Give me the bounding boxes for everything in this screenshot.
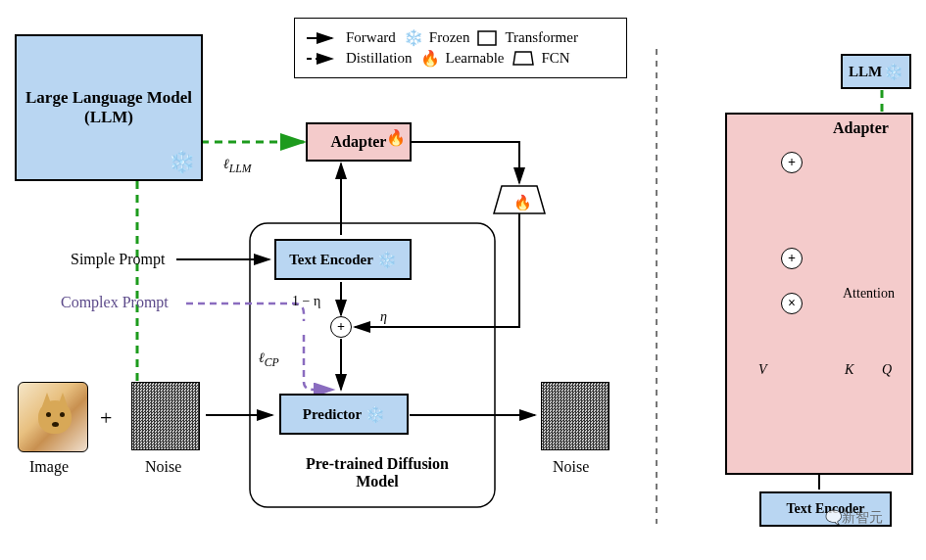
svg-text:🔥: 🔥 (513, 194, 532, 211)
legend-distillation: Distillation (307, 50, 413, 67)
svg-marker-37 (513, 52, 533, 65)
image-thumbnail (18, 382, 88, 452)
legend-frozen-label: Frozen (429, 29, 470, 46)
loss-cp: ℓCP (259, 350, 279, 369)
plus-text: + (100, 405, 112, 431)
snowflake-icon: ❄️ (404, 28, 423, 47)
adapter-panel-label: Adapter (833, 119, 889, 137)
noise-thumbnail (131, 382, 200, 450)
mult-circle: × (781, 293, 803, 314)
plus-circle1: + (781, 248, 803, 269)
legend-distillation-label: Distillation (346, 50, 413, 67)
complex-prompt-label: Complex Prompt (61, 294, 169, 311)
legend-fcn: FCN (512, 50, 569, 68)
legend-learnable-label: Learnable (446, 50, 505, 67)
eta-label: η (380, 309, 387, 325)
image-label: Image (29, 458, 69, 476)
legend-frozen: ❄️ Frozen (404, 28, 470, 47)
loss-llm: ℓLLM (223, 157, 252, 175)
legend-learnable: 🔥 Learnable (420, 49, 505, 68)
text-encoder-label: Text Encoder (289, 252, 373, 268)
predictor-label: Predictor (303, 406, 363, 423)
attention-label: Attention (843, 286, 895, 302)
llm-small-label: LLM (849, 64, 882, 80)
plus-circle: + (330, 316, 352, 338)
noise-output (541, 382, 609, 450)
plus-circle2: + (781, 152, 803, 173)
predictor-box: Predictor ❄️ (279, 394, 409, 435)
llm-title: Large Language Model (LLM) (24, 88, 193, 127)
llm-box: Large Language Model (LLM) ❄️ (15, 34, 203, 181)
legend-transformer: Transformer (477, 29, 577, 46)
llm-small-box: LLM ❄️ (841, 54, 911, 89)
snowflake-icon: ❄️ (884, 63, 903, 81)
q-label: Q (882, 362, 892, 378)
diffusion-model-label: Pre-trained Diffusion Model (299, 455, 456, 490)
fire-icon: 🔥 (420, 49, 440, 68)
legend: Forward ❄️ Frozen Transformer Distillati… (294, 18, 627, 78)
legend-transformer-label: Transformer (505, 29, 577, 46)
snowflake-icon: ❄️ (169, 150, 195, 175)
fire-icon: 🔥 (386, 128, 406, 147)
v-label: V (758, 362, 767, 378)
noise-label: Noise (145, 458, 181, 476)
legend-forward: Forward (307, 29, 396, 46)
svg-marker-8 (494, 186, 545, 213)
snowflake-icon: ❄️ (366, 405, 385, 424)
k-label: K (845, 362, 853, 378)
legend-fcn-label: FCN (541, 50, 569, 67)
svg-rect-35 (478, 31, 496, 45)
legend-forward-label: Forward (346, 29, 396, 46)
one-minus-eta-label: 1 − η (292, 294, 320, 309)
noise2-label: Noise (553, 458, 589, 476)
adapter-box: Adapter 🔥 (306, 122, 412, 162)
snowflake-icon: ❄️ (377, 251, 397, 269)
watermark: 🗨️新智元 (825, 509, 883, 527)
adapter-label: Adapter (331, 133, 387, 151)
legend-row: Distillation 🔥 Learnable FCN (307, 49, 614, 68)
simple-prompt-label: Simple Prompt (71, 251, 165, 268)
legend-row: Forward ❄️ Frozen Transformer (307, 28, 614, 47)
text-encoder-box: Text Encoder ❄️ (274, 239, 412, 280)
